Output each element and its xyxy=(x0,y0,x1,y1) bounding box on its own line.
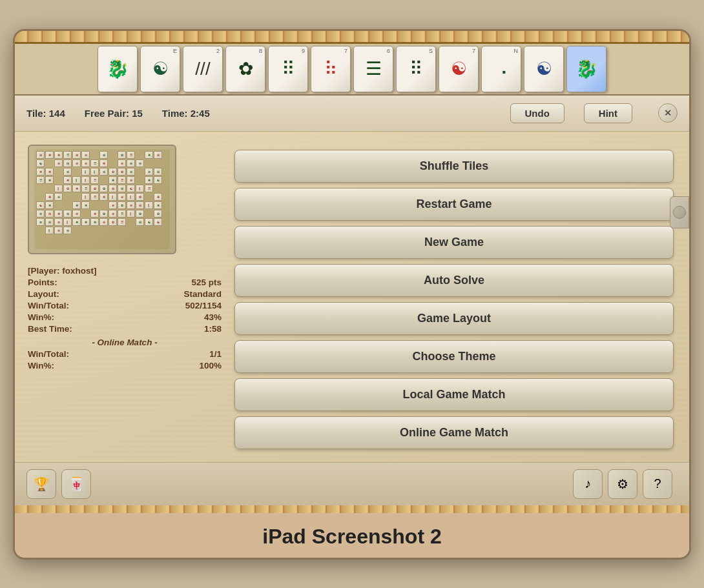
mini-tile xyxy=(54,201,63,209)
mini-tile: ⊗ xyxy=(81,159,90,167)
mini-tile: ⊕ xyxy=(136,159,144,167)
mini-tile: ❋ xyxy=(54,210,63,218)
mini-tile xyxy=(72,168,81,176)
local-game-match-button[interactable]: Local Game Match xyxy=(234,378,674,411)
close-button[interactable]: ✕ xyxy=(658,103,678,123)
mini-tile: ‖ xyxy=(145,201,153,209)
new-game-button[interactable]: New Game xyxy=(234,226,674,259)
mini-tile xyxy=(154,185,162,192)
mini-tile: ❋ xyxy=(45,151,54,159)
hint-button[interactable]: Hint xyxy=(584,103,632,123)
online-win-pct-label: Win%: xyxy=(28,361,54,370)
mini-tile xyxy=(36,227,45,234)
mini-tile: ✿ xyxy=(118,151,126,159)
choose-theme-button[interactable]: Choose Theme xyxy=(234,340,674,373)
shuffle-tiles-button[interactable]: Shuffle Tiles xyxy=(234,150,674,183)
left-panel: ⊞❋❋☰⊞⊕⊕✿☰❋⊞☯⊕⊞⊗⊗☰❋⊗⊗⊕❋❋⊕‖‖⊕✿✿⊕⊕⊞☰❋❋‖‖☰❋☰… xyxy=(28,145,222,449)
undo-button[interactable]: Undo xyxy=(510,103,564,123)
trophy-button[interactable]: 🏆 xyxy=(26,469,56,499)
mini-tile: ✿ xyxy=(136,193,144,201)
mini-tile: ⊕ xyxy=(54,193,63,201)
mini-tile xyxy=(145,159,153,167)
mini-tile: ☯ xyxy=(154,176,162,184)
online-game-match-button[interactable]: Online Game Match xyxy=(234,416,674,449)
mini-tile: ‖ xyxy=(81,193,90,201)
mini-tile: ❋ xyxy=(81,218,90,226)
mini-tile xyxy=(154,159,162,167)
mini-tile: ⊗ xyxy=(127,201,135,209)
mini-tile: ⊞ xyxy=(136,218,144,226)
online-win-pct-row: Win%: 100% xyxy=(28,361,222,370)
mini-tile xyxy=(45,185,54,192)
header-bar: Tile: 144 Free Pair: 15 Time: 2:45 Undo … xyxy=(15,96,689,132)
mini-tile: ⊕ xyxy=(63,210,72,218)
mini-tile: ⊕ xyxy=(127,168,135,176)
tile-strip-item: ☯ xyxy=(524,46,564,92)
music-button[interactable]: ♪ xyxy=(573,469,603,499)
help-button[interactable]: ? xyxy=(643,469,672,499)
mini-tile xyxy=(136,151,144,159)
auto-solve-button[interactable]: Auto Solve xyxy=(234,264,674,297)
game-layout-button[interactable]: Game Layout xyxy=(234,302,674,335)
online-win-pct-value: 100% xyxy=(199,361,222,370)
scroll-circle xyxy=(673,206,686,219)
mini-tile: ⊗ xyxy=(54,218,63,226)
settings-button[interactable]: ⚙ xyxy=(608,469,637,499)
mini-tile: ⊞ xyxy=(136,201,144,209)
mini-tile: ☯ xyxy=(127,185,135,192)
game-preview: ⊞❋❋☰⊞⊕⊕✿☰❋⊞☯⊕⊞⊗⊗☰❋⊗⊗⊕❋❋⊕‖‖⊕✿✿⊕⊕⊞☰❋❋‖‖☰❋☰… xyxy=(28,145,176,254)
game-preview-inner: ⊞❋❋☰⊞⊕⊕✿☰❋⊞☯⊕⊞⊗⊗☰❋⊗⊗⊕❋❋⊕‖‖⊕✿✿⊕⊕⊞☰❋❋‖‖☰❋☰… xyxy=(29,146,175,253)
mini-tile: ❋ xyxy=(145,151,153,159)
mini-tile: ❋ xyxy=(145,176,153,184)
tile-strip-item: 7⠷ xyxy=(311,46,351,92)
scroll-handle[interactable] xyxy=(670,196,689,228)
mini-tile: ❋ xyxy=(99,193,108,201)
mini-tile-grid: ⊞❋❋☰⊞⊕⊕✿☰❋⊞☯⊕⊞⊗⊗☰❋⊗⊗⊕❋❋⊕‖‖⊕✿✿⊕⊕⊞☰❋❋‖‖☰❋☰… xyxy=(34,149,170,249)
win-pct-row: Win%: 43% xyxy=(28,312,222,322)
points-row: Points: 525 pts xyxy=(28,278,222,287)
mini-tile: ☰ xyxy=(118,176,126,184)
stats-section: [Player: foxhost] Points: 525 pts Layout… xyxy=(28,266,222,370)
mini-tile: ‖ xyxy=(81,168,90,176)
mini-tile: ‖ xyxy=(54,185,63,192)
mini-tile: ❋ xyxy=(72,218,81,226)
mini-tile: ❋ xyxy=(72,185,81,192)
mini-tile: ⊞ xyxy=(45,218,54,226)
mini-tile: ⊗ xyxy=(127,159,135,167)
win-pct-label: Win%: xyxy=(28,312,54,322)
mini-tile: ‖ xyxy=(127,210,135,218)
mini-tile xyxy=(145,210,153,218)
online-win-total-label: Win/Total: xyxy=(28,349,69,359)
mini-tile: ❋ xyxy=(45,168,54,176)
mini-tile: ❋ xyxy=(154,193,162,201)
mini-tile: ⊗ xyxy=(109,201,117,209)
mini-tile: ❋ xyxy=(45,193,54,201)
best-time-label: Best Time: xyxy=(28,324,72,334)
bamboo-top-bar xyxy=(15,31,689,44)
mini-tile: ⊗ xyxy=(72,159,81,167)
mini-tile: ❋ xyxy=(36,168,45,176)
tiles-button[interactable]: 🀄 xyxy=(61,469,91,499)
player-label: [Player: foxhost] xyxy=(28,266,97,276)
tile-strip-item: 🐉 xyxy=(566,46,606,92)
mini-tile: ✿ xyxy=(118,201,126,209)
mini-tile: ‖ xyxy=(136,185,144,192)
content-area: ⊞❋❋☰⊞⊕⊕✿☰❋⊞☯⊕⊞⊗⊗☰❋⊗⊗⊕❋❋⊕‖‖⊕✿✿⊕⊕⊞☰❋❋‖‖☰❋☰… xyxy=(15,132,689,462)
mini-tile: ☰ xyxy=(36,176,45,184)
mini-tile: ☰ xyxy=(118,210,126,218)
restart-game-button[interactable]: Restart Game xyxy=(234,188,674,221)
tile-strip-item: 2/// xyxy=(183,46,223,92)
page-title: iPad Screenshot 2 xyxy=(15,513,689,558)
mini-tile xyxy=(54,176,63,184)
mini-tile: ⊗ xyxy=(118,159,126,167)
mini-tile: ⊕ xyxy=(99,168,108,176)
mini-tile: ‖ xyxy=(127,193,135,201)
tile-count: Tile: 144 xyxy=(26,108,65,119)
mini-tile xyxy=(63,193,72,201)
mini-tile xyxy=(127,218,135,226)
mini-tile: ⊞ xyxy=(72,151,81,159)
layout-label: Layout: xyxy=(28,289,59,299)
tile-strip-item: 8✿ xyxy=(225,46,265,92)
win-total-row: Win/Total: 502/1154 xyxy=(28,301,222,310)
mini-tile: ❋ xyxy=(45,201,54,209)
